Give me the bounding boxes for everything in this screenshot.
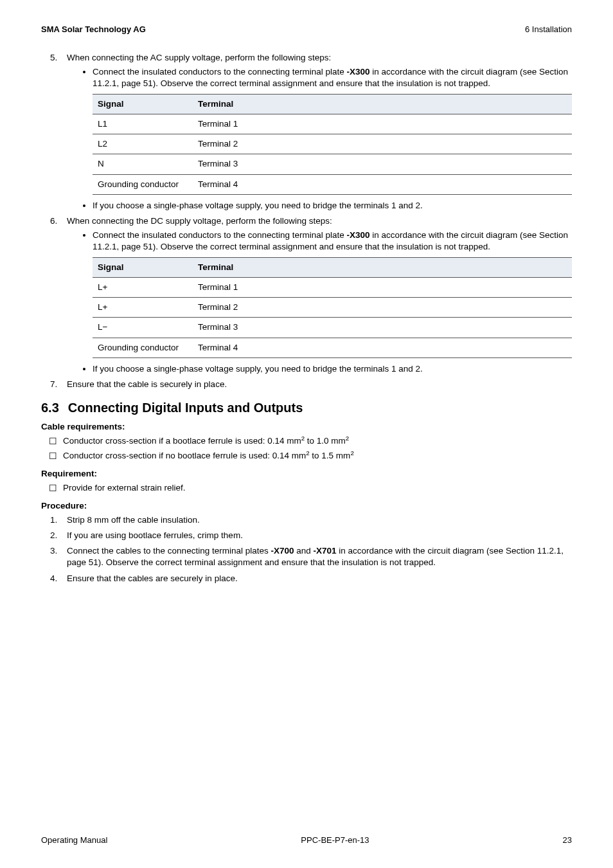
step-number: 1. <box>50 514 57 526</box>
signal-terminal-table: SignalTerminalL1Terminal 1L2Terminal 2NT… <box>93 94 572 195</box>
table-row: L+Terminal 2 <box>93 298 572 318</box>
cable-requirements-head: Cable requirements: <box>41 422 572 431</box>
step-number: 5. <box>50 52 57 64</box>
list-item: 5.When connecting the AC supply voltage,… <box>67 52 572 212</box>
table-row: NTerminal 3 <box>93 154 572 174</box>
step-text: Ensure that the cable is securely in pla… <box>67 379 227 389</box>
list-item: 6.When connecting the DC supply voltage,… <box>67 215 572 375</box>
step-number: 7. <box>50 379 57 390</box>
page-header: SMA Solar Technology AG 6 Installation <box>41 24 572 34</box>
table-cell: Terminal 3 <box>193 318 572 338</box>
list-item: 2.If you are using bootlace ferrules, cr… <box>67 530 572 541</box>
footer-left: Operating Manual <box>41 835 107 845</box>
list-item: 7.Ensure that the cable is securely in p… <box>67 379 572 390</box>
step-number: 4. <box>50 573 57 584</box>
table-row: L−Terminal 3 <box>93 318 572 338</box>
step-text: Strip 8 mm off the cable insulation. <box>67 515 200 525</box>
table-cell: Terminal 4 <box>193 338 572 357</box>
header-section: 6 Installation <box>525 24 572 34</box>
table-cell: L2 <box>93 134 193 154</box>
bullet-item: If you choose a single-phase voltage sup… <box>93 200 572 212</box>
footer-center: PPC-BE-P7-en-13 <box>301 835 369 845</box>
requirement-head: Requirement: <box>41 469 572 478</box>
table-cell: L− <box>93 318 193 338</box>
page-footer: Operating Manual PPC-BE-P7-en-13 23 <box>41 835 572 845</box>
page: SMA Solar Technology AG 6 Installation 5… <box>0 0 613 868</box>
table-header: Terminal <box>193 94 572 114</box>
table-cell: Terminal 1 <box>193 277 572 297</box>
cable-requirements-list: Conductor cross-section if a bootlace fe… <box>41 435 572 462</box>
table-cell: Terminal 2 <box>193 298 572 318</box>
section-heading-6-3: 6.3Connecting Digital Inputs and Outputs <box>41 401 572 415</box>
checkbox-item: Provide for external strain relief. <box>63 482 572 494</box>
table-cell: L+ <box>93 298 193 318</box>
procedure-head: Procedure: <box>41 501 572 511</box>
table-header: Signal <box>93 94 193 114</box>
table-cell: Terminal 4 <box>193 174 572 194</box>
bullet-list: If you choose a single-phase voltage sup… <box>67 363 572 375</box>
step-text: Connect the cables to the connecting ter… <box>67 546 564 567</box>
step-number: 6. <box>50 215 57 227</box>
step-text: If you are using bootlace ferrules, crim… <box>67 530 243 540</box>
table-cell: Grounding conductor <box>93 174 193 194</box>
checkbox-item: Conductor cross-section if a bootlace fe… <box>63 435 572 448</box>
table-header: Terminal <box>193 257 572 277</box>
requirement-list: Provide for external strain relief. <box>41 482 572 494</box>
table-cell: Terminal 2 <box>193 134 572 154</box>
company-name: SMA Solar Technology AG <box>41 24 146 34</box>
table-row: Grounding conductorTerminal 4 <box>93 174 572 194</box>
step-text: Ensure that the cables are securely in p… <box>67 574 238 583</box>
table-cell: L1 <box>93 114 193 134</box>
table-cell: Grounding conductor <box>93 338 193 357</box>
procedure-ordered-list: 1.Strip 8 mm off the cable insulation.2.… <box>41 514 572 584</box>
list-item: 1.Strip 8 mm off the cable insulation. <box>67 514 572 526</box>
table-cell: Terminal 1 <box>193 114 572 134</box>
signal-terminal-table: SignalTerminalL+Terminal 1L+Terminal 2L−… <box>93 257 572 358</box>
checkbox-item: Conductor cross-section if no bootlace f… <box>63 450 572 462</box>
table-cell: Terminal 3 <box>193 154 572 174</box>
bullet-item: If you choose a single-phase voltage sup… <box>93 363 572 375</box>
main-ordered-list: 5.When connecting the AC supply voltage,… <box>41 52 572 390</box>
step-text: When connecting the AC supply voltage, p… <box>67 53 331 62</box>
table-cell: L+ <box>93 277 193 297</box>
table-header: Signal <box>93 257 193 277</box>
table-row: L+Terminal 1 <box>93 277 572 297</box>
list-item: 3.Connect the cables to the connecting t… <box>67 545 572 568</box>
step-text: When connecting the DC supply voltage, p… <box>67 216 332 226</box>
table-row: L1Terminal 1 <box>93 114 572 134</box>
bullet-list: Connect the insulated conductors to the … <box>67 66 572 89</box>
footer-page-number: 23 <box>563 835 572 845</box>
bullet-item: Connect the insulated conductors to the … <box>93 66 572 89</box>
table-row: L2Terminal 2 <box>93 134 572 154</box>
step-number: 3. <box>50 545 57 557</box>
section-number: 6.3 <box>41 401 59 415</box>
bullet-item: Connect the insulated conductors to the … <box>93 230 572 253</box>
list-item: 4.Ensure that the cables are securely in… <box>67 573 572 584</box>
bullet-list: If you choose a single-phase voltage sup… <box>67 200 572 212</box>
bullet-list: Connect the insulated conductors to the … <box>67 230 572 253</box>
table-row: Grounding conductorTerminal 4 <box>93 338 572 357</box>
section-title: Connecting Digital Inputs and Outputs <box>68 401 303 415</box>
table-cell: N <box>93 154 193 174</box>
step-number: 2. <box>50 530 57 541</box>
